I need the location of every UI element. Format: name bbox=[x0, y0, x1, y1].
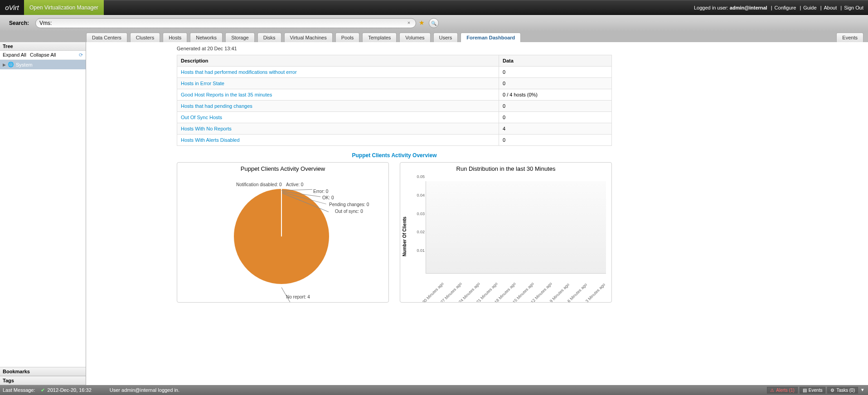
tab-users[interactable]: Users bbox=[433, 33, 458, 42]
tasks-pill[interactable]: ⚙ Tasks (0) bbox=[827, 387, 858, 394]
report-value: 0 bbox=[499, 135, 612, 146]
tab-events-right[interactable]: Events bbox=[836, 33, 863, 42]
tab-data-centers[interactable]: Data Centers bbox=[86, 33, 127, 42]
globe-icon: 🌐 bbox=[8, 62, 14, 67]
tree-item-system[interactable]: ▶ 🌐 System bbox=[0, 60, 86, 69]
report-link[interactable]: Hosts With No Reports bbox=[181, 126, 232, 131]
expand-all-link[interactable]: Expand All bbox=[3, 52, 26, 58]
pie-label-error: Error: 0 bbox=[313, 189, 328, 194]
table-row: Hosts With Alerts Disabled0 bbox=[177, 135, 612, 146]
searchbar: Search: × ★ 🔍 bbox=[0, 15, 868, 31]
report-link[interactable]: Good Host Reports in the last 35 minutes bbox=[181, 92, 272, 97]
topbar: oVirt Open Virtualization Manager Logged… bbox=[0, 0, 868, 15]
pie-panel: Puppet Clients Activity Overview Notific… bbox=[177, 162, 389, 303]
y-tick: 0.04 bbox=[417, 193, 425, 198]
search-label: Search: bbox=[9, 20, 29, 26]
search-input[interactable] bbox=[39, 20, 406, 26]
bar-plot bbox=[426, 181, 606, 274]
report-link[interactable]: Hosts in Error State bbox=[181, 81, 224, 86]
report-link[interactable]: Hosts that had performed modifications w… bbox=[181, 69, 297, 75]
host-summary-table: Description Data Hosts that had performe… bbox=[177, 55, 612, 146]
topbar-right: Logged in user: admin@internal |Configur… bbox=[694, 5, 868, 10]
report-value: 0 bbox=[499, 67, 612, 78]
table-row: Hosts With No Reports4 bbox=[177, 123, 612, 135]
sidebar: Tree Expand All Collapse All ⟳ ▶ 🌐 Syste… bbox=[0, 42, 86, 385]
guide-link[interactable]: Guide bbox=[803, 5, 816, 10]
events-pill[interactable]: ▤ Events bbox=[800, 387, 826, 394]
y-tick: 0.03 bbox=[417, 212, 425, 216]
status-message: User admin@internal logged in. bbox=[110, 387, 179, 393]
search-go-button[interactable]: 🔍 bbox=[429, 18, 439, 28]
collapse-all-link[interactable]: Collapse All bbox=[30, 52, 56, 58]
status-ok-icon: ✔ bbox=[41, 387, 45, 393]
pie-label-ok: OK: 0 bbox=[322, 195, 334, 200]
signout-link[interactable]: Sign Out bbox=[844, 5, 863, 10]
tasks-icon: ⚙ bbox=[830, 388, 834, 393]
bookmark-star-icon[interactable]: ★ bbox=[419, 19, 427, 27]
table-row: Hosts that had pending changes0 bbox=[177, 101, 612, 112]
status-timestamp: 2012-Dec-20, 16:32 bbox=[48, 387, 92, 393]
last-message-label: Last Message: bbox=[3, 387, 35, 393]
alert-icon: ⚠ bbox=[770, 388, 774, 393]
app-title: Open Virtualization Manager bbox=[24, 0, 104, 15]
report-value: 0 / 4 hosts (0%) bbox=[499, 89, 612, 101]
main-content: Generated at 20 Dec 13:41 Description Da… bbox=[86, 42, 868, 385]
table-row: Out Of Sync Hosts0 bbox=[177, 112, 612, 123]
tab-networks[interactable]: Networks bbox=[190, 33, 223, 42]
charts-row: Puppet Clients Activity Overview Notific… bbox=[177, 162, 859, 303]
bar-area: Number Of Clients 0.010.020.030.040.05 3… bbox=[400, 173, 611, 300]
tab-pools[interactable]: Pools bbox=[335, 33, 360, 42]
pie-label-pending: Pending changes: 0 bbox=[329, 202, 369, 207]
logged-in-user: admin@internal bbox=[730, 5, 767, 10]
search-clear-icon[interactable]: × bbox=[406, 20, 412, 26]
table-row: Hosts that had performed modifications w… bbox=[177, 67, 612, 78]
tab-storage[interactable]: Storage bbox=[225, 33, 255, 42]
report-value: 4 bbox=[499, 123, 612, 135]
tab-volumes[interactable]: Volumes bbox=[399, 33, 430, 42]
tab-hosts[interactable]: Hosts bbox=[163, 33, 187, 42]
table-row: Good Host Reports in the last 35 minutes… bbox=[177, 89, 612, 101]
col-description: Description bbox=[177, 55, 499, 67]
tab-clusters[interactable]: Clusters bbox=[130, 33, 160, 42]
tree-item-label: System bbox=[16, 62, 33, 67]
generated-at: Generated at 20 Dec 13:41 bbox=[177, 46, 859, 51]
activity-overview-link[interactable]: Puppet Clients Activity Overview bbox=[177, 152, 612, 159]
tabs-row: Data CentersClustersHostsNetworksStorage… bbox=[0, 31, 868, 42]
pie-label-active: Active: 0 bbox=[286, 182, 303, 187]
report-link[interactable]: Out Of Sync Hosts bbox=[181, 115, 222, 120]
statusbar-toggle-icon[interactable]: ▾ bbox=[860, 387, 865, 394]
statusbar: Last Message: ✔ 2012-Dec-20, 16:32 User … bbox=[0, 385, 868, 395]
pie-label-notif: Notification disabled: 0 bbox=[236, 182, 282, 187]
tree-actions: Expand All Collapse All ⟳ bbox=[0, 51, 86, 60]
alerts-pill[interactable]: ⚠ Alerts (1) bbox=[767, 387, 798, 394]
logged-in-label: Logged in user: bbox=[694, 5, 728, 10]
tab-virtual-machines[interactable]: Virtual Machines bbox=[284, 33, 333, 42]
tab-disks[interactable]: Disks bbox=[257, 33, 281, 42]
table-row: Hosts in Error State0 bbox=[177, 78, 612, 89]
pie-label-noreport: No report: 4 bbox=[286, 294, 310, 299]
report-link[interactable]: Hosts With Alerts Disabled bbox=[181, 137, 240, 143]
bar-panel: Run Distribution in the last 30 Minutes … bbox=[400, 162, 612, 303]
logo: oVirt bbox=[0, 0, 24, 15]
tab-foreman-dashboard[interactable]: Foreman Dashboard bbox=[461, 33, 521, 42]
refresh-icon[interactable]: ⟳ bbox=[79, 52, 83, 58]
report-value: 0 bbox=[499, 101, 612, 112]
report-value: 0 bbox=[499, 112, 612, 123]
tab-templates[interactable]: Templates bbox=[362, 33, 397, 42]
tree-expand-icon[interactable]: ▶ bbox=[3, 63, 6, 67]
tags-header[interactable]: Tags bbox=[0, 376, 86, 385]
report-link[interactable]: Hosts that had pending changes bbox=[181, 103, 252, 109]
y-tick: 0.02 bbox=[417, 230, 425, 234]
y-tick: 0.05 bbox=[417, 174, 425, 179]
search-input-wrap: × bbox=[35, 18, 416, 28]
y-axis-label: Number Of Clients bbox=[402, 217, 407, 256]
about-link[interactable]: About bbox=[824, 5, 837, 10]
pie-title: Puppet Clients Activity Overview bbox=[177, 163, 388, 173]
tree-header: Tree bbox=[0, 42, 86, 51]
events-icon: ▤ bbox=[803, 388, 807, 393]
col-data: Data bbox=[499, 55, 612, 67]
pie-label-oos: Out of sync: 0 bbox=[335, 209, 363, 214]
bar-title: Run Distribution in the last 30 Minutes bbox=[400, 163, 611, 173]
bookmarks-header[interactable]: Bookmarks bbox=[0, 367, 86, 376]
configure-link[interactable]: Configure bbox=[775, 5, 796, 10]
